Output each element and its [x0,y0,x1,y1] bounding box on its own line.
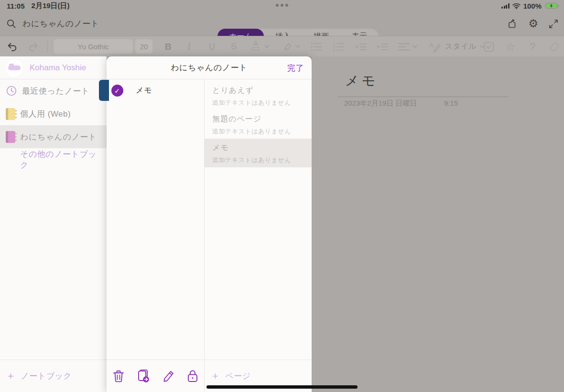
sidebar-item-label: 最近使ったノート [22,86,90,97]
lock-section-icon[interactable] [187,370,198,382]
account-avatar [6,59,23,76]
fullscreen-icon[interactable] [549,19,558,29]
numbered-list-icon[interactable]: 1 2 3 [333,36,345,57]
sidebar-item-label: 個人用 (Web) [20,109,71,120]
section-name: メモ [136,86,152,96]
notebook-pink-icon [6,131,15,143]
section-color-tab [99,80,109,101]
important-star-icon[interactable]: ☆ [505,36,516,57]
underline-button[interactable]: U [209,36,215,57]
plus-icon: + [212,371,218,381]
search-icon[interactable] [7,19,16,28]
svg-text:2: 2 [333,45,335,48]
eraser-icon[interactable] [549,36,560,57]
home-indicator[interactable] [206,385,358,389]
svg-text:3: 3 [333,49,335,52]
styles-a-pencil-icon: A [429,41,442,53]
alignment-chevron-icon[interactable] [412,36,417,57]
font-color-chevron-icon[interactable] [264,36,269,57]
sidebar-item-label: わにちゃんのノート [20,131,97,142]
bold-button[interactable]: B [165,36,172,57]
account-name: Kohama Yoshie [30,63,86,73]
redo-icon[interactable] [28,36,39,57]
wifi-icon [512,3,521,9]
strikethrough-button[interactable]: S [231,36,237,57]
settings-gear-icon[interactable]: ⚙ [528,17,538,30]
multitasking-indicator[interactable] [276,4,288,7]
svg-text:1: 1 [333,42,335,45]
battery-icon [545,3,557,9]
toolbar-divider [47,41,48,52]
page-time: 9:15 [444,99,458,107]
question-tag-icon[interactable]: ? [530,36,535,57]
page-row-selected[interactable]: メモ 追加テキストはありません [205,139,312,167]
notebook-yellow-icon [6,108,15,120]
delete-section-icon[interactable] [113,370,124,382]
cellular-signal-icon [501,3,510,9]
svg-text:A: A [429,42,434,49]
section-row-memo[interactable]: ✓ メモ [107,79,204,102]
sections-list: ✓ メモ [107,79,205,392]
formatting-toolbar: Yu Gothic 20 B I U S A 1 2 3 [0,36,564,56]
page-row[interactable]: とりあえず 追加テキストはありません [205,81,312,110]
plus-icon: + [8,371,14,381]
share-icon[interactable] [507,19,518,29]
done-button[interactable]: 完了 [287,56,304,79]
sections-edit-panel: わにちゃんのノート 完了 ✓ メモ [107,56,312,392]
more-notebooks-link[interactable]: その他のノートブック [0,148,107,171]
add-notebook-label: ノートブック [21,370,72,381]
nav-bar: わにちゃんのノート ホーム 挿入 描画 表示 ⚙ [0,11,564,36]
add-notebook-button[interactable]: + ノートブック [0,359,107,392]
page-title-text: メモ [345,72,378,90]
alignment-icon[interactable] [398,36,410,57]
notebook-sidebar: Kohama Yoshie 最近使ったノート 個人用 (Web) わにちゃんのノ… [0,56,107,392]
highlighter-chevron-icon[interactable] [295,36,300,57]
bullet-list-icon[interactable] [311,36,322,57]
sidebar-item-personal-web[interactable]: 個人用 (Web) [0,102,107,125]
section-checked-icon[interactable]: ✓ [111,85,123,97]
page-canvas-dimmed[interactable]: メモ 2023年2月19日 日曜日 9:15 [312,56,564,392]
sidebar-item-wani-notebook[interactable]: わにちゃんのノート [0,125,107,148]
add-page-label: ページ [225,370,250,381]
sections-panel-title: わにちゃんのノート [171,62,248,73]
title-divider [337,97,509,97]
rename-section-icon[interactable] [163,370,175,382]
sections-panel-header: わにちゃんのノート 完了 [107,56,312,79]
pages-list: とりあえず 追加テキストはありません 無題のページ 追加テキストはありません メ… [205,79,312,392]
page-date: 2023年2月19日 日曜日 [344,99,417,108]
font-color-button[interactable]: A [252,40,260,50]
styles-label: スタイル [445,42,477,52]
notebook-title[interactable]: わにちゃんのノート [22,18,99,29]
font-size-picker[interactable]: 20 [135,39,152,54]
sidebar-item-recent-notes[interactable]: 最近使ったノート [0,79,107,102]
undo-icon[interactable] [7,36,18,57]
sections-action-bar [107,359,204,392]
clock-icon [6,85,17,97]
outdent-icon[interactable] [355,36,368,57]
font-name-picker[interactable]: Yu Gothic [54,39,133,54]
status-time: 11:05 [7,2,25,10]
battery-percent: 100% [523,2,542,10]
todo-tag-icon[interactable] [484,36,494,57]
move-section-icon[interactable] [137,370,150,383]
account-row[interactable]: Kohama Yoshie [0,56,107,79]
status-date: 2月19日(日) [32,1,70,11]
page-row[interactable]: 無題のページ 追加テキストはありません [205,110,312,139]
styles-button[interactable]: A スタイル [429,36,485,57]
indent-icon[interactable] [377,36,389,57]
italic-button[interactable]: I [187,36,191,57]
highlighter-button[interactable] [282,36,293,57]
